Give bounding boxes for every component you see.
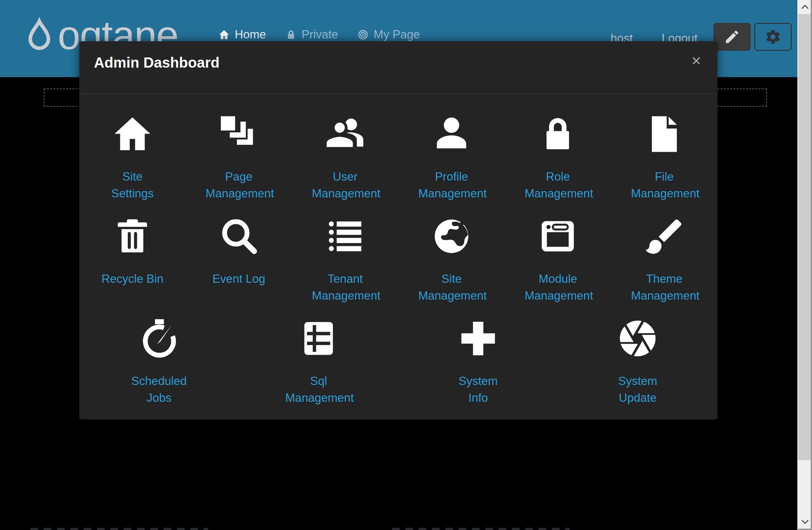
tile-icon bbox=[616, 317, 659, 360]
tile-label: ScheduledJobs bbox=[131, 373, 187, 406]
tile-label: SqlManagement bbox=[286, 373, 352, 406]
tile-label: PageManagement bbox=[205, 168, 272, 202]
chevron-down-icon bbox=[801, 519, 809, 525]
trash-icon bbox=[111, 215, 154, 258]
lock-icon bbox=[536, 113, 579, 156]
tile-icon bbox=[643, 113, 686, 156]
edit-mode-button[interactable] bbox=[713, 23, 751, 51]
medical-cross-icon bbox=[457, 317, 499, 360]
tile-icon bbox=[297, 317, 340, 360]
tile-row-1: SiteSettings PageManagement UserManageme… bbox=[79, 113, 717, 215]
tile-icon bbox=[643, 215, 686, 258]
tile-icon bbox=[457, 317, 499, 360]
spreadsheet-icon bbox=[297, 317, 340, 360]
browser-icon bbox=[536, 215, 579, 258]
scrollbar-thumb[interactable] bbox=[798, 14, 811, 460]
tile-row-3: ScheduledJobs SqlManagement SystemInfo S… bbox=[79, 317, 717, 419]
tile-label: FileManagement bbox=[631, 168, 697, 202]
tile-home[interactable]: SiteSettings bbox=[79, 113, 186, 215]
tile-icon bbox=[111, 113, 154, 156]
tile-icon bbox=[111, 215, 154, 258]
list-icon bbox=[324, 215, 367, 258]
tile-row-2: Recycle Bin Event Log TenantManagement S… bbox=[79, 215, 717, 317]
tile-icon bbox=[324, 215, 367, 258]
tile-icon bbox=[430, 113, 473, 156]
cut-off-content bbox=[392, 528, 570, 530]
tile-icon bbox=[536, 113, 579, 156]
tile-label: ThemeManagement bbox=[631, 270, 697, 304]
globe-icon bbox=[430, 215, 473, 258]
tile-brush[interactable]: ThemeManagement bbox=[611, 215, 717, 317]
cut-off-content bbox=[30, 528, 208, 530]
modal-header: Admin Dashboard ✕ bbox=[79, 41, 717, 94]
tile-icon bbox=[217, 113, 260, 156]
modal-body: SiteSettings PageManagement UserManageme… bbox=[79, 94, 717, 419]
aperture-icon bbox=[616, 317, 659, 360]
settings-button[interactable] bbox=[754, 23, 792, 51]
tile-label: TenantManagement bbox=[312, 270, 378, 304]
timer-icon bbox=[137, 317, 180, 360]
tile-label: ProfileManagement bbox=[418, 168, 485, 202]
tile-globe[interactable]: SiteManagement bbox=[398, 215, 505, 317]
tile-label: SystemUpdate bbox=[618, 373, 657, 406]
page: oqtane Home Private My Page host Logout bbox=[0, 0, 812, 530]
tile-layers[interactable]: PageManagement bbox=[186, 113, 292, 215]
tile-label: SystemInfo bbox=[459, 373, 498, 406]
tile-label: Recycle Bin bbox=[102, 270, 163, 287]
window-edge bbox=[798, 529, 812, 530]
tile-list[interactable]: TenantManagement bbox=[292, 215, 398, 317]
layers-icon bbox=[217, 113, 260, 156]
people-icon bbox=[324, 113, 367, 156]
pencil-icon bbox=[724, 29, 740, 45]
tile-label: Event Log bbox=[213, 270, 265, 287]
tile-person[interactable]: ProfileManagement bbox=[398, 113, 505, 215]
tile-aperture[interactable]: SystemUpdate bbox=[558, 317, 717, 419]
admin-dashboard-modal: Admin Dashboard ✕ SiteSettings PageManag… bbox=[79, 41, 717, 419]
magnifier-icon bbox=[217, 215, 260, 258]
tile-label: SiteManagement bbox=[418, 270, 485, 304]
scroll-up-button[interactable] bbox=[798, 0, 812, 14]
tile-spreadsheet[interactable]: SqlManagement bbox=[239, 317, 398, 419]
tile-icon bbox=[536, 215, 579, 258]
tile-icon bbox=[217, 215, 260, 258]
gear-icon bbox=[765, 28, 782, 45]
tile-browser[interactable]: ModuleManagement bbox=[505, 215, 611, 317]
brush-icon bbox=[643, 215, 686, 258]
tile-icon bbox=[137, 317, 180, 360]
tile-medical-cross[interactable]: SystemInfo bbox=[398, 317, 558, 419]
tile-file[interactable]: FileManagement bbox=[611, 113, 717, 215]
modal-title: Admin Dashboard bbox=[94, 54, 219, 71]
tile-label: SiteSettings bbox=[111, 168, 154, 202]
home-icon bbox=[111, 113, 154, 156]
tile-people[interactable]: UserManagement bbox=[292, 113, 398, 215]
tile-label: ModuleManagement bbox=[525, 270, 591, 304]
scroll-down-button[interactable] bbox=[798, 515, 812, 529]
file-icon bbox=[643, 113, 686, 156]
person-icon bbox=[430, 113, 473, 156]
tile-magnifier[interactable]: Event Log bbox=[186, 215, 292, 317]
close-icon[interactable]: ✕ bbox=[691, 55, 701, 67]
tile-trash[interactable]: Recycle Bin bbox=[79, 215, 186, 317]
tile-icon bbox=[430, 215, 473, 258]
tile-lock[interactable]: RoleManagement bbox=[505, 113, 611, 215]
tile-label: UserManagement bbox=[312, 168, 378, 202]
tile-timer[interactable]: ScheduledJobs bbox=[79, 317, 239, 419]
tile-icon bbox=[324, 113, 367, 156]
tile-label: RoleManagement bbox=[525, 168, 591, 202]
chevron-up-icon bbox=[801, 4, 809, 10]
vertical-scrollbar bbox=[797, 0, 812, 530]
